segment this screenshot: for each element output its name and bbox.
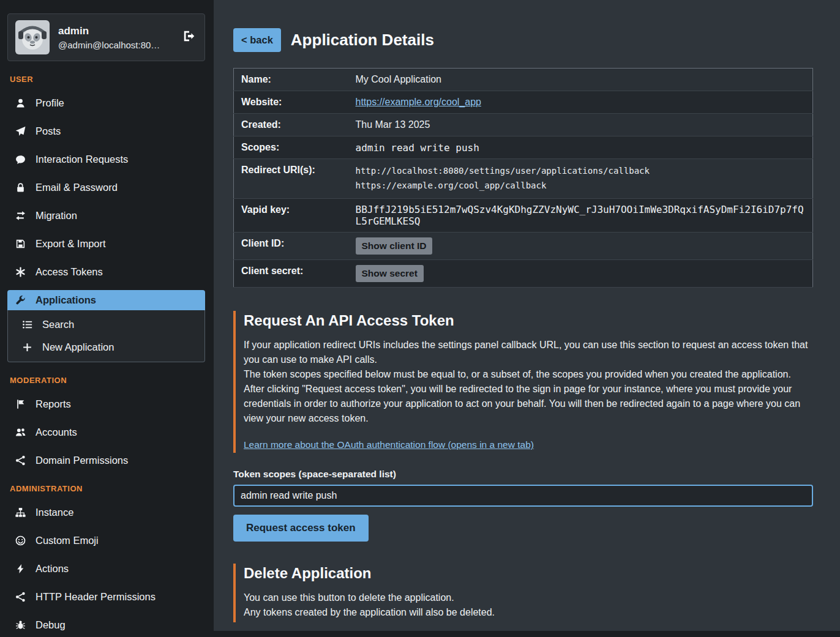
- sidebar-item-label: Applications: [36, 294, 96, 306]
- sidebar-item-label: Migration: [36, 210, 77, 222]
- paper-plane-icon: [15, 126, 26, 136]
- sign-out-icon[interactable]: [182, 29, 196, 45]
- section-paragraph: The token scopes specified below must be…: [244, 367, 813, 382]
- sidebar-item-profile[interactable]: Profile: [7, 93, 205, 113]
- section-label-administration: ADMINISTRATION: [10, 484, 203, 493]
- sidebar-item-label: Profile: [36, 97, 64, 109]
- sidebar-item-label: Debug: [36, 619, 66, 631]
- share-nodes-icon: [15, 592, 26, 602]
- flag-icon: [15, 399, 26, 409]
- sidebar-item-email-password[interactable]: Email & Password: [7, 177, 205, 198]
- sidebar-item-label: Domain Permissions: [36, 455, 128, 466]
- row-value: My Cool Application: [348, 69, 813, 91]
- section-label-user: USER: [10, 75, 203, 84]
- sidebar-item-label: Posts: [36, 125, 61, 137]
- row-label: Vapid key:: [234, 198, 348, 232]
- sidebar-item-instance[interactable]: Instance: [7, 502, 205, 523]
- user-handle: @admin@localhost:80…: [58, 40, 160, 50]
- sidebar-item-label: Interaction Requests: [36, 154, 128, 165]
- section-title: Delete Application: [244, 565, 813, 582]
- app: admin @admin@localhost:80… USER Profile …: [0, 0, 840, 637]
- application-details-table: Name: My Cool Application Website: https…: [233, 68, 813, 288]
- sidebar-item-custom-emoji[interactable]: Custom Emoji: [7, 531, 205, 551]
- table-row-client-id: Client ID: Show client ID: [234, 232, 813, 259]
- sidebar-item-debug[interactable]: Debug: [7, 615, 205, 635]
- oauth-docs-link[interactable]: Learn more about the OAuth authenticatio…: [244, 439, 534, 450]
- sidebar-item-label: Instance: [36, 507, 73, 518]
- sidebar-item-label: Search: [42, 319, 74, 330]
- section-paragraph: If your application redirect URIs includ…: [244, 338, 813, 367]
- show-secret-button[interactable]: Show secret: [356, 265, 424, 282]
- sidebar-item-label: New Application: [42, 341, 114, 353]
- table-row-client-secret: Client secret: Show secret: [234, 259, 813, 287]
- sidebar-item-label: HTTP Header Permissions: [36, 591, 156, 603]
- row-label: Scopes:: [234, 136, 348, 159]
- row-value: http://localhost:8080/settings/user/appl…: [348, 159, 813, 199]
- sidebar-item-label: Reports: [36, 398, 71, 410]
- comment-icon: [15, 154, 26, 165]
- back-button[interactable]: < back: [233, 28, 281, 52]
- avatar: [15, 20, 50, 54]
- arrows-left-right-icon: [15, 210, 26, 221]
- lock-icon: [15, 182, 26, 193]
- sidebar-item-search[interactable]: Search: [8, 314, 204, 335]
- sidebar-item-access-tokens[interactable]: Access Tokens: [7, 262, 205, 282]
- table-row-website: Website: https://example.org/cool_app: [234, 91, 813, 114]
- sidebar-item-accounts[interactable]: Accounts: [7, 422, 205, 442]
- asterisk-icon: [15, 267, 26, 277]
- main-panel: < back Application Details Name: My Cool…: [214, 0, 840, 631]
- token-scopes-label: Token scopes (space-separated list): [233, 469, 813, 480]
- page-header: < back Application Details: [233, 28, 813, 52]
- sidebar-item-label: Access Tokens: [36, 266, 103, 278]
- user-icon: [15, 98, 26, 108]
- sidebar: admin @admin@localhost:80… USER Profile …: [0, 0, 214, 637]
- section-paragraph: You can use this button to delete the ap…: [244, 590, 813, 605]
- sidebar-item-export-import[interactable]: Export & Import: [7, 234, 205, 254]
- user-card: admin @admin@localhost:80…: [7, 13, 205, 61]
- sidebar-item-posts[interactable]: Posts: [7, 121, 205, 141]
- user-name: admin: [58, 25, 160, 37]
- list-icon: [21, 319, 33, 330]
- section-title: Request An API Access Token: [244, 312, 813, 329]
- token-scopes-input[interactable]: [233, 485, 813, 507]
- table-row-redirect-uris: Redirect URI(s): http://localhost:8080/s…: [234, 159, 813, 199]
- bug-icon: [15, 620, 26, 630]
- sidebar-item-applications[interactable]: Applications: [7, 290, 205, 310]
- show-client-id-button[interactable]: Show client ID: [356, 237, 433, 255]
- sidebar-item-actions[interactable]: Actions: [7, 559, 205, 579]
- row-label: Website:: [234, 91, 348, 114]
- wrench-icon: [15, 295, 26, 305]
- table-row-scopes: Scopes: admin read write push: [234, 136, 813, 159]
- page-title: Application Details: [291, 31, 434, 50]
- website-link[interactable]: https://example.org/cool_app: [356, 97, 481, 107]
- table-row-vapid-key: Vapid key: BBJffJ219b5iE512m7wQSzv4KgKDh…: [234, 198, 813, 232]
- row-value: admin read write push: [348, 136, 813, 159]
- row-label: Redirect URI(s):: [234, 159, 348, 199]
- redirect-uri: https://example.org/cool_app/callback: [356, 179, 806, 193]
- request-access-token-button[interactable]: Request access token: [233, 515, 369, 542]
- sidebar-item-label: Custom Emoji: [36, 535, 99, 546]
- sidebar-item-domain-permissions[interactable]: Domain Permissions: [7, 450, 205, 471]
- sidebar-item-new-application[interactable]: New Application: [8, 337, 204, 358]
- row-label: Created:: [234, 114, 348, 136]
- bolt-icon: [15, 564, 26, 574]
- section-label-moderation: MODERATION: [10, 376, 203, 385]
- section-paragraph: After clicking "Request access token", y…: [244, 382, 813, 426]
- sidebar-item-http-header-permissions[interactable]: HTTP Header Permissions: [7, 587, 205, 607]
- sidebar-item-label: Actions: [36, 563, 69, 575]
- floppy-disk-icon: [15, 239, 26, 249]
- sidebar-item-migration[interactable]: Migration: [7, 206, 205, 226]
- user-meta: admin @admin@localhost:80…: [58, 25, 160, 50]
- table-row-name: Name: My Cool Application: [234, 69, 813, 91]
- table-row-created: Created: Thu Mar 13 2025: [234, 114, 813, 136]
- row-value: Thu Mar 13 2025: [348, 114, 813, 136]
- delete-application-section: Delete Application You can use this butt…: [233, 564, 813, 622]
- row-label: Name:: [234, 69, 348, 91]
- row-label: Client ID:: [234, 232, 348, 259]
- sidebar-item-label: Export & Import: [36, 238, 106, 250]
- section-paragraph: Any tokens created by the application wi…: [244, 605, 813, 620]
- sidebar-item-reports[interactable]: Reports: [7, 394, 205, 414]
- plus-icon: [21, 342, 33, 352]
- sidebar-item-interaction-requests[interactable]: Interaction Requests: [7, 149, 205, 169]
- share-nodes-icon: [15, 455, 26, 466]
